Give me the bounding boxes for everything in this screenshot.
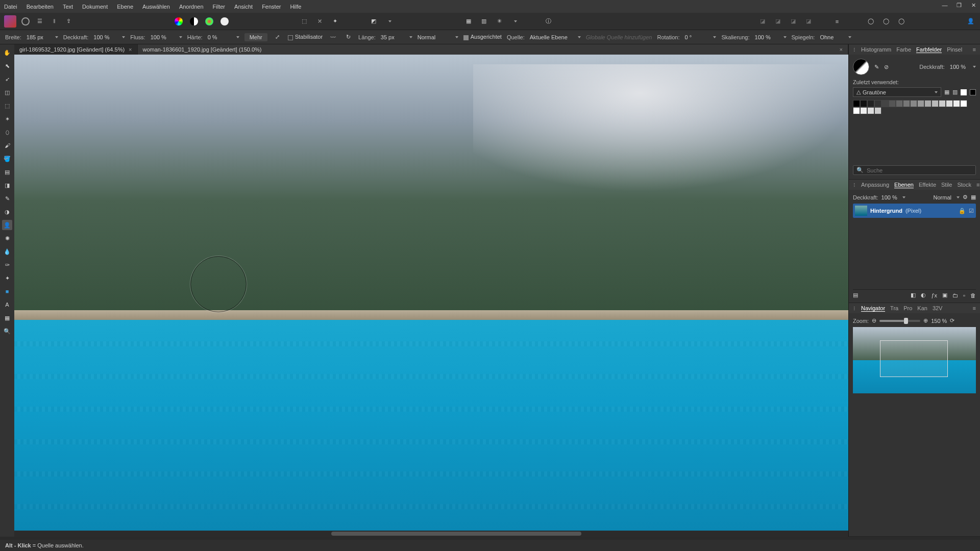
- chevron-down-icon[interactable]: [55, 36, 58, 38]
- zoom-tool-icon[interactable]: 🔍: [2, 326, 12, 336]
- chevron-down-icon[interactable]: [848, 36, 851, 38]
- chevron-down-icon[interactable]: [122, 36, 125, 38]
- scrollbar-thumb[interactable]: [331, 532, 581, 536]
- crop-tool-icon[interactable]: ◫: [2, 87, 12, 97]
- grid-view-icon[interactable]: ▦: [463, 16, 474, 27]
- swatch-opacity-value[interactable]: 100 %: [950, 64, 966, 70]
- add-swatch-icon[interactable]: ▥: [952, 89, 958, 95]
- hardness-value[interactable]: 0 %: [208, 34, 229, 40]
- swatch[interactable]: [860, 107, 867, 114]
- mask-icon[interactable]: ◧: [911, 292, 916, 298]
- swatch-stroke-icon[interactable]: [970, 89, 976, 95]
- clone-tool-icon[interactable]: 👤: [2, 220, 12, 230]
- tab-histogramm[interactable]: Histogramm: [861, 46, 891, 53]
- retouch-tool-icon[interactable]: ✦: [2, 273, 12, 283]
- canvas[interactable]: [14, 55, 848, 537]
- pencil-tool-icon[interactable]: ✎: [2, 193, 12, 204]
- swatch[interactable]: [881, 100, 889, 107]
- chevron-down-icon[interactable]: [509, 16, 520, 27]
- hand-tool-icon[interactable]: ✋: [2, 47, 12, 58]
- tab-anpassung[interactable]: Anpassung: [861, 182, 889, 188]
- chevron-down-icon[interactable]: [957, 196, 960, 198]
- gear-icon[interactable]: ⚙: [963, 194, 968, 201]
- chevron-down-icon[interactable]: [783, 36, 787, 38]
- swatch[interactable]: [867, 107, 874, 114]
- selection-brush-tool-icon[interactable]: ⬚: [2, 101, 12, 111]
- chevron-down-icon[interactable]: [384, 16, 394, 27]
- split-view-icon[interactable]: ▥: [479, 16, 489, 27]
- tab-farbfelder[interactable]: Farbfelder: [916, 46, 942, 53]
- mesh-tool-icon[interactable]: ▦: [2, 313, 12, 323]
- layer-options-icon[interactable]: ▦: [971, 194, 976, 201]
- marquee-tool-icon[interactable]: ✶: [2, 114, 12, 124]
- tab-stock[interactable]: Stock: [957, 182, 971, 188]
- horizontal-scrollbar[interactable]: [14, 531, 848, 537]
- chevron-down-icon[interactable]: [578, 36, 581, 38]
- swatch-grid-icon[interactable]: ▦: [944, 89, 949, 95]
- document-tab-1[interactable]: girl-1869532_1920.jpg [Geändert] (64.5%)…: [14, 44, 138, 55]
- adjustment-icon[interactable]: ◐: [921, 292, 926, 298]
- color-picker-tool-icon[interactable]: ➶: [2, 74, 12, 84]
- swatch[interactable]: [903, 100, 910, 107]
- layer-blend-mode[interactable]: Normal: [934, 194, 951, 201]
- zoom-in-icon[interactable]: ⊕: [923, 317, 928, 324]
- gradient-tool-icon[interactable]: ▤: [2, 167, 12, 177]
- swatch[interactable]: [960, 100, 967, 107]
- tab-farbe[interactable]: Farbe: [896, 46, 911, 53]
- chevron-down-icon[interactable]: [902, 196, 905, 198]
- healing-tool-icon[interactable]: ✺: [2, 233, 12, 243]
- swatch[interactable]: [924, 100, 932, 107]
- swatch[interactable]: [932, 100, 939, 107]
- rotation-value[interactable]: 0 °: [684, 34, 706, 40]
- swatch-preset-select[interactable]: △ Grautöne: [853, 87, 941, 97]
- tab-protocol[interactable]: Pro: [903, 305, 912, 311]
- eyedropper-icon[interactable]: ✎: [874, 64, 879, 70]
- opacity-value[interactable]: 100 %: [93, 34, 115, 40]
- crop-layer-icon[interactable]: ▣: [942, 292, 947, 298]
- swatch[interactable]: [853, 107, 860, 114]
- zoom-out-icon[interactable]: ⊖: [872, 317, 876, 324]
- align-icon[interactable]: ≡: [832, 16, 842, 27]
- none-color-icon[interactable]: ⊘: [884, 64, 889, 70]
- aligned-toggle[interactable]: Ausgerichtet: [463, 34, 502, 40]
- flow-value[interactable]: 100 %: [151, 34, 172, 40]
- window-close-icon[interactable]: ✕: [970, 2, 977, 9]
- menu-hilfe[interactable]: Hilfe: [290, 4, 301, 10]
- fill-tool-icon[interactable]: 🪣: [2, 154, 12, 164]
- swatch[interactable]: [853, 100, 860, 107]
- width-value[interactable]: 185 px: [27, 34, 48, 40]
- tab-32v[interactable]: 32V: [933, 305, 943, 311]
- tab-pinsel[interactable]: Pinsel: [947, 46, 962, 53]
- menu-anordnen[interactable]: Anordnen: [179, 4, 204, 10]
- swatch[interactable]: [946, 100, 953, 107]
- boolean-subtract-icon[interactable]: ◯: [881, 16, 891, 27]
- tab-effekte[interactable]: Effekte: [919, 182, 936, 188]
- layer-row[interactable]: Hintergrund (Pixel) 🔒 ☑: [853, 204, 976, 218]
- swatch-search[interactable]: 🔍: [853, 165, 976, 175]
- pen-tool-icon[interactable]: ✑: [2, 260, 12, 270]
- window-maximize-icon[interactable]: ❐: [955, 2, 963, 9]
- swatch[interactable]: [874, 100, 881, 107]
- panel-menu-icon[interactable]: ≡: [976, 182, 979, 188]
- grayscale-icon[interactable]: [189, 16, 199, 27]
- swatch[interactable]: [953, 100, 960, 107]
- swatch[interactable]: [910, 100, 917, 107]
- swatch[interactable]: [917, 100, 924, 107]
- menu-ebene[interactable]: Ebene: [117, 4, 133, 10]
- group-icon[interactable]: 🗀: [952, 292, 958, 298]
- chevron-down-icon[interactable]: [409, 36, 412, 38]
- rgb-icon[interactable]: [204, 16, 214, 27]
- flood-select-tool-icon[interactable]: ⬯: [2, 127, 12, 137]
- lock-icon[interactable]: 🔒: [959, 208, 966, 214]
- close-icon[interactable]: ×: [129, 46, 132, 53]
- erase-tool-icon[interactable]: ◨: [2, 180, 12, 190]
- selection-cross-icon[interactable]: ⤫: [314, 16, 325, 27]
- swatch[interactable]: [860, 100, 867, 107]
- chevron-down-icon[interactable]: [179, 36, 182, 38]
- selection-refine-icon[interactable]: ✦: [330, 16, 340, 27]
- mirror-value[interactable]: Ohne: [820, 34, 841, 40]
- chevron-down-icon[interactable]: [236, 36, 239, 38]
- navigator-thumbnail[interactable]: [853, 327, 976, 393]
- photo-persona-icon[interactable]: [20, 16, 31, 27]
- menu-datei[interactable]: Datei: [4, 4, 17, 10]
